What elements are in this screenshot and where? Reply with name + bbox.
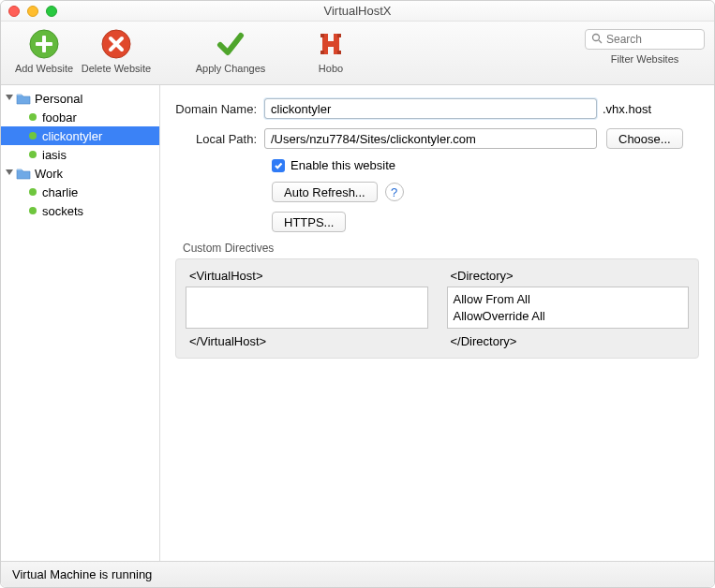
disclosure-triangle-icon[interactable] — [5, 169, 14, 178]
domain-row: Domain Name: .vhx.host — [175, 98, 699, 119]
virtualhost-open-tag: <VirtualHost> — [186, 269, 428, 283]
directory-close-tag: </Directory> — [447, 334, 690, 348]
choose-button[interactable]: Choose... — [606, 128, 683, 149]
domain-label: Domain Name: — [175, 102, 264, 116]
hobo-label: Hobo — [319, 63, 343, 74]
status-dot-icon — [29, 207, 37, 214]
directory-textarea[interactable] — [447, 287, 690, 329]
status-dot-icon — [29, 113, 37, 121]
help-icon[interactable]: ? — [385, 183, 404, 201]
https-button[interactable]: HTTPS... — [272, 212, 346, 232]
svg-rect-3 — [36, 42, 52, 46]
auto-refresh-button[interactable]: Auto Refresh... — [272, 182, 378, 202]
svg-rect-10 — [337, 34, 341, 37]
search-wrap: Filter Websites — [585, 29, 705, 65]
group-label: Personal — [35, 92, 82, 106]
svg-rect-9 — [320, 34, 324, 37]
toolbar: Add Website Delete Website Apply Changes… — [1, 22, 714, 85]
status-dot-icon — [29, 132, 37, 140]
search-input[interactable] — [606, 33, 715, 46]
hobo-icon — [314, 27, 348, 61]
svg-line-14 — [599, 40, 602, 43]
app-window: VirtualHostX Add Website Delete Website … — [0, 0, 715, 588]
sidebar-group-work: Work charlie sockets — [1, 164, 159, 220]
enable-row[interactable]: Enable this website — [272, 158, 699, 172]
disclosure-triangle-icon[interactable] — [5, 94, 14, 103]
https-row: HTTPS... — [272, 212, 699, 232]
svg-point-13 — [593, 34, 600, 40]
group-label: Work — [35, 167, 63, 181]
content: Personal foobar clickontyler iasis Work … — [1, 85, 714, 561]
svg-marker-15 — [6, 95, 13, 100]
apply-changes-label: Apply Changes — [196, 63, 266, 74]
virtualhost-textarea[interactable] — [186, 287, 428, 329]
sidebar-item-clickontyler[interactable]: clickontyler — [1, 126, 159, 145]
enable-label: Enable this website — [290, 158, 395, 172]
custom-directives-panel: <VirtualHost> </VirtualHost> <Directory>… — [175, 258, 699, 359]
add-website-button[interactable]: Add Website — [10, 27, 78, 74]
delete-website-button[interactable]: Delete Website — [78, 27, 155, 74]
search-box[interactable] — [585, 29, 705, 50]
auto-refresh-row: Auto Refresh... ? — [272, 182, 699, 202]
titlebar: VirtualHostX — [1, 1, 714, 22]
search-icon — [591, 33, 603, 47]
status-dot-icon — [29, 188, 37, 196]
sidebar: Personal foobar clickontyler iasis Work … — [1, 85, 160, 561]
folder-icon — [16, 92, 31, 105]
virtualhost-close-tag: </VirtualHost> — [186, 334, 428, 348]
path-label: Local Path: — [175, 132, 264, 146]
statusbar: Virtual Machine is running — [1, 561, 714, 587]
svg-rect-12 — [337, 51, 341, 54]
add-website-label: Add Website — [15, 63, 73, 74]
domain-suffix: .vhx.host — [603, 102, 651, 116]
sidebar-item-foobar[interactable]: foobar — [1, 108, 159, 126]
hobo-button[interactable]: Hobo — [297, 27, 365, 74]
group-header-personal[interactable]: Personal — [1, 89, 159, 108]
delete-website-label: Delete Website — [82, 63, 151, 74]
directory-column: <Directory> </Directory> — [447, 269, 690, 348]
svg-rect-11 — [320, 51, 324, 54]
group-header-work[interactable]: Work — [1, 164, 159, 183]
folder-icon — [16, 167, 31, 180]
svg-marker-16 — [6, 169, 13, 175]
path-input[interactable] — [264, 128, 597, 149]
virtualhost-column: <VirtualHost> </VirtualHost> — [186, 269, 428, 348]
sidebar-item-charlie[interactable]: charlie — [1, 183, 159, 201]
status-dot-icon — [29, 151, 37, 158]
main-panel: Domain Name: .vhx.host Local Path: Choos… — [160, 85, 714, 561]
check-icon — [214, 27, 247, 61]
filter-websites-label: Filter Websites — [611, 53, 679, 65]
enable-checkbox[interactable] — [272, 159, 285, 172]
sidebar-item-sockets[interactable]: sockets — [1, 201, 159, 220]
path-row: Local Path: Choose... — [175, 128, 699, 149]
x-circle-icon — [99, 27, 133, 61]
sidebar-item-iasis[interactable]: iasis — [1, 145, 159, 164]
domain-input[interactable] — [264, 98, 597, 119]
plus-icon — [27, 27, 61, 61]
window-title: VirtualHostX — [1, 4, 714, 18]
sidebar-group-personal: Personal foobar clickontyler iasis — [1, 89, 159, 164]
svg-rect-8 — [326, 41, 335, 47]
apply-changes-button[interactable]: Apply Changes — [192, 27, 269, 74]
directory-open-tag: <Directory> — [447, 269, 690, 283]
status-text: Virtual Machine is running — [12, 567, 152, 581]
custom-directives-label: Custom Directives — [183, 242, 699, 255]
